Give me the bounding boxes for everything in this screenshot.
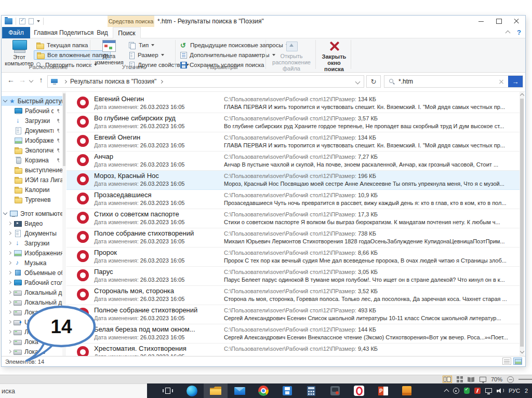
sidebar-item[interactable]: ИЭИ газ Лигато П	[2, 175, 62, 185]
scroll-down-icon[interactable]	[520, 349, 524, 353]
tab-home[interactable]: Главная	[32, 27, 60, 38]
thumbnails-view-button[interactable]	[513, 358, 522, 365]
file-row[interactable]: Полое собрание стихотворений Дата измене…	[66, 228, 520, 248]
network-icon[interactable]	[485, 388, 492, 393]
sidebar-item[interactable]: Изображения	[2, 135, 62, 145]
expand-chevron-icon[interactable]	[8, 320, 11, 324]
search-go-button[interactable]: →	[508, 76, 523, 87]
zoom-slider[interactable]	[518, 379, 532, 379]
scrollbar-thumb[interactable]	[63, 93, 65, 166]
sidebar-item[interactable]: Рабочий стол	[2, 106, 62, 116]
sidebar-item[interactable]: Объемные объек	[2, 268, 62, 278]
sidebar-this-pc-header[interactable]: Этот компьютер	[2, 209, 62, 218]
file-row[interactable]: Прозаседавшиеся Дата изменения: 26.03.20…	[66, 190, 520, 209]
file-row[interactable]: Евгений Онегин Дата изменения: 26.03.202…	[66, 94, 520, 113]
expand-chevron-icon[interactable]	[8, 241, 11, 245]
scrollbar-thumb[interactable]	[520, 99, 524, 347]
file-row[interactable]: Сторональ моя, сторонка Дата изменения: …	[66, 286, 520, 305]
details-view-button[interactable]	[502, 358, 511, 365]
expand-chevron-icon[interactable]	[8, 300, 11, 304]
new-folder-qat-icon[interactable]	[29, 18, 34, 24]
collapse-chevron-icon[interactable]	[3, 98, 7, 102]
sidebar-item[interactable]: Загрузки	[2, 238, 62, 248]
tray-expand-chevron-icon[interactable]	[444, 389, 449, 394]
sidebar-item[interactable]: Музыка	[2, 258, 62, 268]
sidebar-item[interactable]: Загрузки	[2, 116, 62, 126]
language-indicator[interactable]: РУС	[509, 388, 520, 394]
properties-qat-icon[interactable]	[19, 18, 25, 24]
file-row[interactable]: Белая береза под моим окном... Дата изме…	[66, 324, 520, 344]
file-row[interactable]: Парус Дата изменения: 26.03.2023 16:05 C…	[66, 267, 520, 286]
sidebar-item[interactable]: Документы	[2, 228, 62, 238]
phone-app-button[interactable]	[323, 383, 347, 398]
open-file-location-button[interactable]: Открыть расположение файла	[270, 40, 313, 72]
sidebar-item[interactable]: Корзина	[2, 155, 62, 165]
sidebar-quick-access-header[interactable]: Быстрый доступ	[2, 96, 62, 106]
expand-chevron-icon[interactable]	[8, 330, 11, 334]
slide-sorter-icon[interactable]	[457, 376, 463, 382]
file-row[interactable]: Евгеий Онегин Дата изменения: 26.03.2023…	[66, 132, 520, 152]
reading-view-icon[interactable]	[468, 377, 475, 382]
file-row[interactable]: Анчар Дата изменения: 26.03.2023 16:05 C…	[66, 152, 520, 171]
opera-button[interactable]	[347, 383, 371, 398]
recent-locations-chevron-icon[interactable]	[29, 78, 33, 83]
normal-view-icon[interactable]	[443, 376, 452, 383]
task-view-button[interactable]	[156, 383, 180, 398]
file-row[interactable]: Пророк Дата изменения: 26.03.2023 16:05 …	[66, 248, 520, 267]
sidebar-item[interactable]: Локальный диск (	[2, 287, 62, 297]
expand-chevron-icon[interactable]	[8, 281, 11, 284]
help-icon[interactable]: ?	[517, 29, 521, 36]
expand-chevron-icon[interactable]	[8, 261, 11, 265]
clock[interactable]: 2	[525, 388, 530, 394]
expand-chevron-icon[interactable]	[8, 251, 11, 255]
close-search-button[interactable]: Закрыть окно поиска	[318, 40, 350, 72]
tab-file[interactable]: Файл	[2, 27, 30, 38]
expand-chevron-icon[interactable]	[8, 350, 11, 353]
up-button[interactable]: ↑	[36, 76, 46, 84]
tray-app-icon[interactable]	[453, 388, 459, 394]
this-pc-button[interactable]: Этот компьютер	[5, 40, 34, 66]
sidebar-item[interactable]: Изображения	[2, 248, 62, 258]
expand-chevron-icon[interactable]	[8, 231, 11, 235]
customize-qat-chevron-icon[interactable]	[37, 20, 40, 22]
file-row[interactable]: Полное собрание стихотворений Дата измен…	[66, 305, 520, 324]
security-shield-icon[interactable]	[464, 388, 470, 394]
calculator-button[interactable]	[299, 383, 323, 398]
expand-chevron-icon[interactable]	[8, 291, 11, 294]
tab-view[interactable]: Вид	[93, 27, 112, 38]
archive-app-button[interactable]	[395, 383, 419, 398]
sidebar-item[interactable]: Видео	[2, 218, 62, 228]
file-explorer-button[interactable]	[204, 383, 228, 398]
mail-button[interactable]	[228, 383, 251, 398]
floppy-app-button[interactable]	[275, 383, 299, 398]
tab-search[interactable]: Поиск	[113, 27, 141, 38]
address-dropdown-chevron-icon[interactable]	[355, 79, 361, 84]
sidebar-item[interactable]: Тургенев	[2, 195, 62, 204]
sidebar-item[interactable]: Документы	[2, 126, 62, 135]
tab-share[interactable]: Поделиться	[60, 27, 93, 38]
taskbar-search-box[interactable]: иска	[0, 383, 147, 398]
back-button[interactable]: ←	[6, 76, 16, 84]
list-scrollbar[interactable]	[520, 92, 524, 356]
breadcrumb[interactable]: Результаты поиска в "Поэзия"	[47, 75, 364, 88]
sidebar-item[interactable]: Калории	[2, 185, 62, 195]
file-row[interactable]: Хрестоматия. Стихотворения Дата изменени…	[66, 344, 520, 356]
refresh-button[interactable]: ↻	[366, 75, 381, 88]
powerpoint-button[interactable]	[371, 383, 395, 398]
forward-button[interactable]: →	[17, 76, 28, 84]
expand-chevron-icon[interactable]	[8, 271, 11, 275]
file-row[interactable]: Мороз, Красный Нос Дата изменения: 26.03…	[66, 171, 520, 190]
file-row[interactable]: Во глубине сибирских руд Дата изменения:…	[66, 113, 520, 132]
tray-red-app-icon[interactable]	[474, 388, 481, 394]
date-modified-button[interactable]: Дата изменения	[94, 40, 124, 65]
maximize-button[interactable]	[490, 16, 508, 27]
collapse-chevron-icon[interactable]	[3, 211, 7, 215]
search-input[interactable]: *.htm	[398, 78, 499, 85]
expand-chevron-icon[interactable]	[8, 222, 11, 225]
close-button[interactable]	[508, 16, 525, 27]
sidebar-item[interactable]: выступление 23	[2, 165, 62, 175]
edge-button[interactable]	[180, 383, 204, 398]
search-box[interactable]: *.htm →	[384, 75, 523, 88]
sidebar-item[interactable]: Экологически	[2, 145, 62, 155]
file-row[interactable]: Стихи о советскм паспорте Дата изменения…	[66, 209, 520, 228]
